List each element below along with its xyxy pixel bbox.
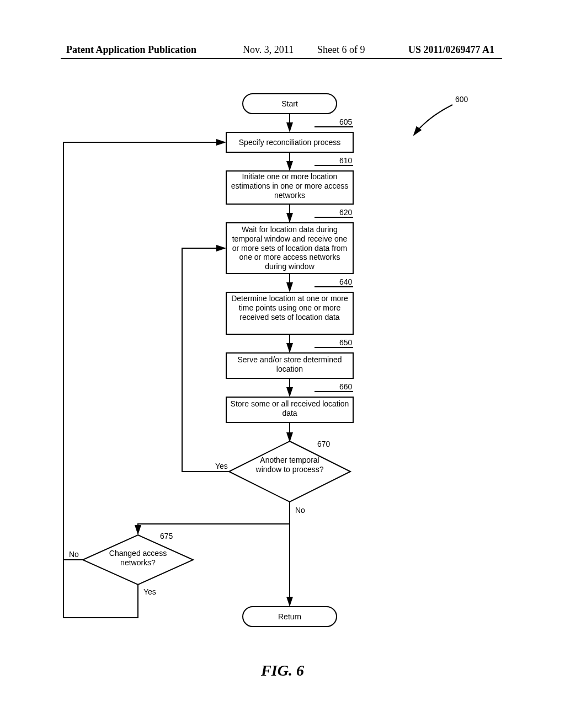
label-670-yes: Yes xyxy=(215,462,228,470)
figure-ref-600: 600 xyxy=(414,95,468,135)
figure-caption: FIG. 6 xyxy=(0,662,565,679)
header-docnum: US 2011/0269477 A1 xyxy=(408,44,494,56)
node-610: Initiate one or more location estimation… xyxy=(226,171,353,204)
node-660: Store some or all received location data xyxy=(226,397,353,422)
node-return: Return xyxy=(243,607,337,627)
ref-660: 660 xyxy=(339,382,353,391)
ref-620: 620 xyxy=(339,208,353,217)
page: Patent Application Publication Nov. 3, 2… xyxy=(0,0,565,728)
header-date: Nov. 3, 2011 xyxy=(243,44,294,56)
label-670-no: No xyxy=(295,506,305,515)
ref-640: 640 xyxy=(339,277,353,286)
text-620: Wait for location data during temporal w… xyxy=(228,225,351,271)
text-660: Store some or all received location data xyxy=(228,399,351,418)
ref-650: 650 xyxy=(339,338,353,347)
text-675: Changed access networks? xyxy=(99,549,177,568)
ref-610: 610 xyxy=(339,156,353,165)
node-670: Another temporal window to process? xyxy=(229,441,350,502)
label-675-no: No xyxy=(69,550,79,559)
header-sheet: Sheet 6 of 9 xyxy=(317,44,365,56)
node-640: Determine location at one or more time p… xyxy=(226,292,353,334)
ref-605: 605 xyxy=(339,117,353,126)
header-publication: Patent Application Publication xyxy=(66,44,196,56)
node-650: Serve and/or store determined location xyxy=(226,353,353,378)
return-label: Return xyxy=(278,612,301,621)
ref-670: 670 xyxy=(317,440,331,448)
text-670: Another temporal window to process? xyxy=(248,456,331,474)
header-rule xyxy=(61,58,502,59)
label-675-yes: Yes xyxy=(143,587,156,596)
flowchart-figure: Start 600 605 Specify reconciliation pro… xyxy=(55,88,508,651)
node-start: Start xyxy=(243,94,337,114)
node-620: Wait for location data during temporal w… xyxy=(226,223,353,274)
ref-600: 600 xyxy=(455,95,468,104)
ref-675: 675 xyxy=(160,532,173,540)
text-605: Specify reconciliation process xyxy=(239,138,340,147)
text-610: Initiate one or more location estimation… xyxy=(228,172,351,200)
text-640: Determine location at one or more time p… xyxy=(228,294,351,322)
start-label: Start xyxy=(281,99,298,108)
node-675: Changed access networks? xyxy=(83,535,193,585)
text-650: Serve and/or store determined location xyxy=(228,355,351,374)
node-605: Specify reconciliation process xyxy=(226,132,353,152)
